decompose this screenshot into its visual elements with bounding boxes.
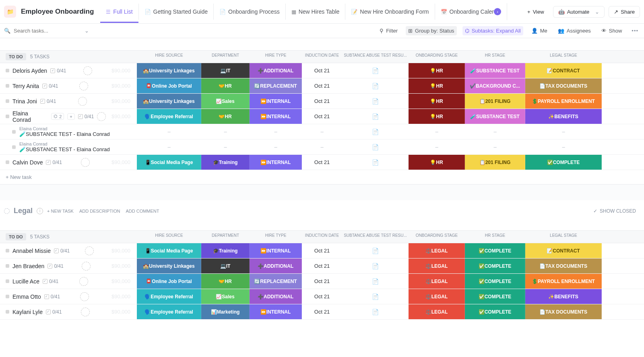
table-row[interactable]: Elaina Conrad ⌬2+ ✓0/41 $90,000🗣️Employe… (0, 109, 644, 124)
induction-date[interactable]: Oct 21 (302, 109, 342, 124)
doc-icon[interactable]: 📄 (342, 140, 409, 154)
doc-icon[interactable]: 📄 (342, 63, 409, 78)
hire_type-tag[interactable]: 🔄REPLACEMENT (250, 78, 302, 93)
subtask-name-cell[interactable]: Elaina Conrad🧪SUBSTANCE TEST - Elaina Co… (0, 124, 137, 139)
col-induction-date[interactable]: INDUCTION DATE (302, 231, 342, 243)
legal-stage-tag[interactable]: 📄TAX DOCUMENTS (525, 259, 602, 273)
doc-icon[interactable]: 📄 (342, 243, 409, 258)
col-department[interactable]: DEPARTMENT (201, 51, 250, 63)
hire_type-tag[interactable]: ⏩INTERNAL (250, 109, 302, 124)
hr-stage-tag[interactable]: ✔️BACKGROUND C... (465, 78, 525, 93)
table-row[interactable]: Emma Otto ✓0/41 $90,000🗣️Employee Referr… (0, 289, 644, 304)
col-hire-type[interactable]: HIRE TYPE (250, 231, 302, 243)
hire_type-tag[interactable]: ⏩INTERNAL (250, 243, 302, 258)
col-legal-stage[interactable]: LEGAL STAGE (525, 51, 602, 63)
table-row[interactable]: Calvin Dove ✓0/41 $90,000📱Social Media P… (0, 155, 644, 170)
hire_source-tag[interactable]: 📱Social Media Page (137, 155, 201, 170)
doc-icon[interactable]: 📄 (342, 259, 409, 273)
status-dot[interactable] (6, 295, 9, 298)
subtask-count-badge[interactable]: ⌬2 (51, 113, 64, 120)
col-hire-source[interactable]: HIRE SOURCE (137, 231, 201, 243)
department-tag[interactable]: 📊Marketing (201, 304, 250, 319)
assignee-placeholder[interactable] (81, 158, 90, 167)
col-substance[interactable]: SUBTANCE ABUSE TEST RESU... (342, 51, 409, 63)
hire_source-tag[interactable]: 🏫University Linkages (137, 259, 201, 273)
induction-date[interactable]: Oct 21 (302, 155, 342, 170)
onboarding-stage-tag[interactable]: 💡HR (409, 78, 465, 93)
group2-name[interactable]: Legal (14, 207, 33, 215)
add-description-link[interactable]: ADD DESCRIPTION (79, 209, 120, 213)
task-name-cell[interactable]: Annabel Missie ✓0/41 $90,000 (0, 243, 137, 258)
department-tag[interactable]: 🤝HR (201, 78, 250, 93)
department-tag[interactable]: 💻IT (201, 259, 250, 273)
search-box[interactable]: 🔍 ⌄ (4, 28, 85, 34)
task-name-cell[interactable]: Trina Joni ✓0/41 $90,000 (0, 94, 137, 109)
subtask-row[interactable]: Elaina Conrad🧪SUBSTANCE TEST - Elaina Co… (0, 124, 644, 140)
new-task-button[interactable]: + New task (0, 170, 644, 184)
hr-stage-tag[interactable]: ✅COMPLETE (465, 259, 525, 273)
tab-onboarding-process[interactable]: 📄Onboarding Process (214, 4, 286, 20)
hr-stage-tag[interactable]: ✅COMPLETE (465, 289, 525, 304)
legal-stage-tag[interactable]: 📄TAX DOCUMENTS (525, 78, 602, 93)
hire_source-tag[interactable]: 📮Online Job Portal (137, 274, 201, 289)
legal-stage-tag[interactable]: 💲PAYROLL ENROLLMENT (525, 94, 602, 109)
hire_source-tag[interactable]: 📮Online Job Portal (137, 78, 201, 93)
status-dot[interactable] (6, 115, 9, 118)
subtasks-button[interactable]: ⌬Subtasks: Expand All (462, 26, 523, 35)
col-legal-stage[interactable]: LEGAL STAGE (525, 231, 602, 243)
assignees-button[interactable]: 👥Assignees (555, 26, 593, 35)
legal-stage-tag[interactable]: 📝CONTRACT (525, 243, 602, 258)
hr-stage-tag[interactable]: ✅COMPLETE (465, 304, 525, 319)
induction-date[interactable]: Oct 21 (302, 78, 342, 93)
onboarding-stage-tag[interactable]: ⚖️LEGAL (409, 259, 465, 273)
hire_source-tag[interactable]: 🗣️Employee Referral (137, 304, 201, 319)
tab-new-hires-table[interactable]: ▦New Hires Table (286, 4, 346, 20)
assignee-placeholder[interactable] (97, 112, 106, 121)
filter-button[interactable]: ⚲Filter (377, 26, 400, 35)
department-tag[interactable]: 💻IT (201, 63, 250, 78)
onboarding-stage-tag[interactable]: 💡HR (409, 155, 465, 170)
table-row[interactable]: Lucille Ace ✓0/41 $90,000📮Online Job Por… (0, 274, 644, 289)
induction-date[interactable]: Oct 21 (302, 243, 342, 258)
task-name-cell[interactable]: Elaina Conrad ⌬2+ ✓0/41 $90,000 (0, 109, 137, 124)
legal-stage-tag[interactable]: 📝CONTRACT (525, 63, 602, 78)
table-row[interactable]: Trina Joni ✓0/41 $90,000🏫University Link… (0, 94, 644, 109)
hr-stage-tag[interactable]: 📋201 FILING (465, 155, 525, 170)
col-hr-stage[interactable]: HR STAGE (465, 231, 525, 243)
task-name-cell[interactable]: Jen Braeden ✓0/41 $90,000 (0, 259, 137, 273)
department-tag[interactable]: 🤝HR (201, 274, 250, 289)
chevron-right-icon[interactable]: › (494, 8, 501, 15)
new-task-link[interactable]: + NEW TASK (47, 209, 74, 213)
hire_source-tag[interactable]: 🗣️Employee Referral (137, 109, 201, 124)
hr-stage-tag[interactable]: ✅COMPLETE (465, 274, 525, 289)
col-onboarding-stage[interactable]: ONBOARDING STAGE (409, 51, 465, 63)
status-dot[interactable] (6, 99, 9, 103)
onboarding-stage-tag[interactable]: ⚖️LEGAL (409, 304, 465, 319)
hire_type-tag[interactable]: ⏩INTERNAL (250, 155, 302, 170)
status-dot[interactable] (6, 249, 9, 252)
tab-full-list[interactable]: ☰Full List (100, 4, 138, 20)
doc-icon[interactable]: 📄 (342, 274, 409, 289)
hr-stage-tag[interactable]: 🧪SUBSTANCE TEST (465, 109, 525, 124)
induction-date[interactable]: Oct 21 (302, 304, 342, 319)
doc-icon[interactable]: 📄 (342, 109, 409, 124)
induction-date[interactable]: Oct 21 (302, 63, 342, 78)
status-dot[interactable] (6, 69, 9, 72)
assignee-placeholder[interactable] (80, 292, 89, 301)
group2-status[interactable]: TO DO (6, 233, 26, 240)
assignee-placeholder[interactable] (85, 246, 94, 255)
task-name-cell[interactable]: Calvin Dove ✓0/41 $90,000 (0, 155, 137, 170)
task-name-cell[interactable]: Emma Otto ✓0/41 $90,000 (0, 289, 137, 304)
hire_source-tag[interactable]: 🏫University Linkages (137, 63, 201, 78)
onboarding-stage-tag[interactable]: ⚖️LEGAL (409, 243, 465, 258)
group1-status[interactable]: TO DO (6, 53, 26, 60)
status-dot[interactable] (6, 264, 9, 268)
assignee-placeholder[interactable] (81, 308, 90, 316)
doc-icon[interactable]: 📄 (342, 124, 409, 139)
doc-icon[interactable]: 📄 (342, 155, 409, 170)
status-dot[interactable] (6, 160, 9, 164)
add-comment-link[interactable]: ADD COMMENT (126, 209, 159, 213)
hr-stage-tag[interactable]: 🧪SUBSTANCE TEST (465, 63, 525, 78)
doc-icon[interactable]: 📄 (342, 94, 409, 109)
col-induction-date[interactable]: INDUCTION DATE (302, 51, 342, 63)
